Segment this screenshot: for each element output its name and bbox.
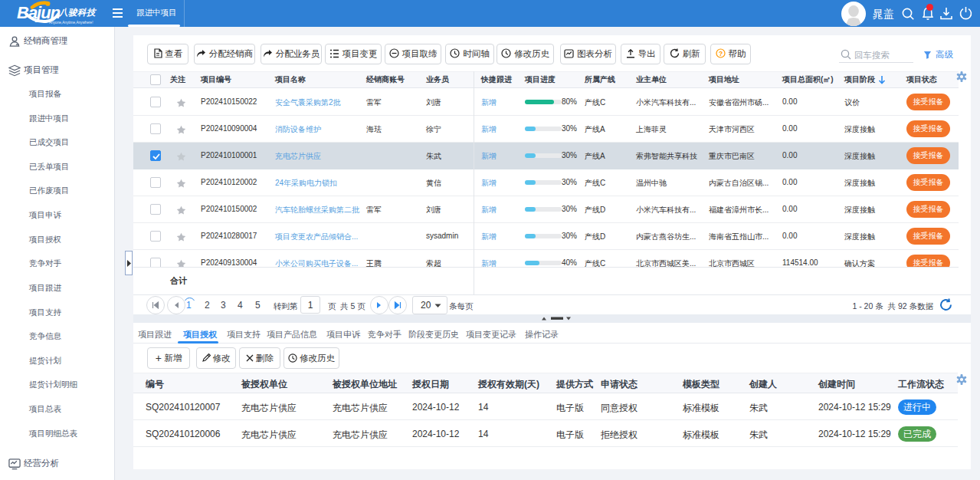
svg-text:?: ?: [718, 50, 722, 58]
